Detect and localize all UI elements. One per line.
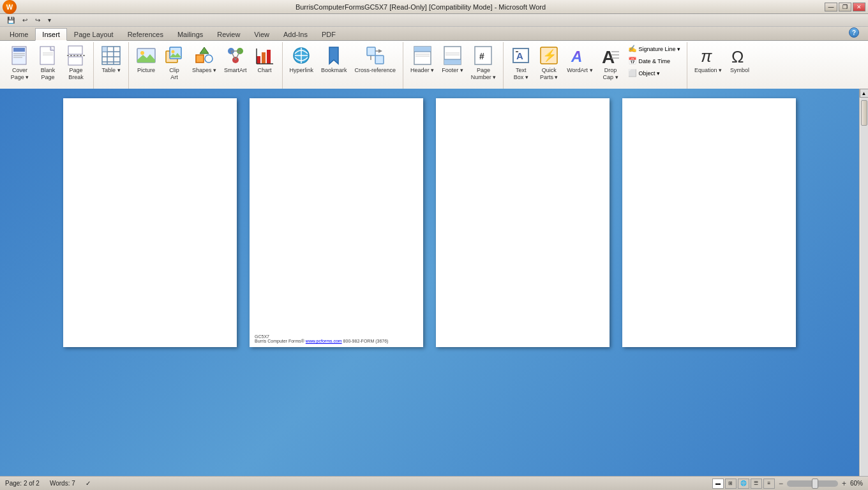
view-outline-button[interactable]: ☰ <box>751 479 762 489</box>
vertical-scrollbar[interactable]: ▲ ▼ <box>859 89 868 490</box>
wordart-button[interactable]: A WordArt ▾ <box>564 43 595 76</box>
illustrations-items: Picture ClipArt <box>133 43 278 91</box>
zoom-level: 60% <box>850 480 863 487</box>
symbol-icon: Ω <box>730 45 750 66</box>
page-break-button[interactable]: PageBreak <box>63 43 89 83</box>
svg-rect-34 <box>262 52 266 64</box>
chart-button[interactable]: Chart <box>251 43 278 76</box>
equation-icon: π <box>698 45 719 66</box>
shapes-button[interactable]: Shapes ▾ <box>189 43 220 76</box>
footer-link[interactable]: www.pcforms.com <box>306 339 342 343</box>
tables-items: Table ▾ <box>98 43 124 91</box>
tab-home[interactable]: Home <box>3 28 35 40</box>
view-web-button[interactable]: 🌐 <box>738 479 749 489</box>
picture-button[interactable]: Picture <box>133 43 160 76</box>
document-area: GC5X7 Burris Computer Forms® www.pcforms… <box>0 89 859 476</box>
signature-line-icon: ✍ <box>628 45 637 53</box>
drop-cap-icon: A <box>601 45 621 66</box>
clip-art-icon <box>164 45 184 66</box>
page-4 <box>622 98 796 347</box>
clip-art-button[interactable]: ClipArt <box>161 43 188 83</box>
tab-insert[interactable]: Insert <box>35 28 67 41</box>
minimize-button[interactable]: — <box>825 3 837 11</box>
clip-art-label: ClipArt <box>169 67 179 81</box>
tab-page-layout[interactable]: Page Layout <box>67 28 121 40</box>
page-number-button[interactable]: # PageNumber ▾ <box>468 43 500 83</box>
undo-quick-button[interactable]: ↩ <box>20 16 29 24</box>
smartart-button[interactable]: SmartArt <box>221 43 250 76</box>
window-controls: — ❐ ✕ <box>825 3 865 11</box>
help-button[interactable]: ? <box>849 27 859 38</box>
symbol-button[interactable]: Ω Symbol <box>726 43 753 76</box>
bookmark-button[interactable]: Bookmark <box>318 43 350 76</box>
blank-page-label: BlankPage <box>41 67 56 81</box>
cover-page-button[interactable]: CoverPage ▾ <box>6 43 33 83</box>
footer-button[interactable]: Footer ▾ <box>438 43 467 76</box>
tab-references[interactable]: References <box>121 28 170 40</box>
tab-add-ins[interactable]: Add-Ins <box>276 28 315 40</box>
svg-rect-24 <box>196 55 204 63</box>
page-info: Page: 2 of 2 <box>5 480 40 487</box>
cross-reference-label: Cross-reference <box>355 67 396 74</box>
view-buttons: ▬ ⊞ 🌐 ☰ ≡ <box>712 479 775 489</box>
text-small-col: ✍ Signature Line ▾ 📅 Date & Time ⬜ Objec… <box>625 43 684 78</box>
page-3 <box>436 98 610 347</box>
tab-review[interactable]: Review <box>210 28 247 40</box>
drop-cap-button[interactable]: A DropCap ▾ <box>597 43 624 83</box>
view-print-button[interactable]: ▬ <box>712 479 724 489</box>
symbol-label: Symbol <box>730 67 749 74</box>
save-quick-button[interactable]: 💾 <box>5 16 17 24</box>
redo-quick-button[interactable]: ↪ <box>33 16 42 24</box>
tab-view[interactable]: View <box>247 28 276 40</box>
tab-pdf[interactable]: PDF <box>315 28 343 40</box>
cross-reference-button[interactable]: Cross-reference <box>352 43 400 76</box>
page-2: GC5X7 Burris Computer Forms® www.pcforms… <box>250 98 423 347</box>
svg-rect-17 <box>102 47 107 52</box>
chart-icon <box>255 45 275 66</box>
svg-rect-43 <box>375 56 384 64</box>
smartart-icon <box>225 45 246 66</box>
restore-button[interactable]: ❐ <box>839 3 851 11</box>
zoom-out-button[interactable]: − <box>779 479 783 488</box>
blank-page-button[interactable]: BlankPage <box>34 43 61 83</box>
status-bar: Page: 2 of 2 Words: 7 ✓ ▬ ⊞ 🌐 ☰ ≡ − + 60… <box>0 476 868 490</box>
svg-rect-33 <box>257 56 260 64</box>
date-time-button[interactable]: 📅 Date & Time <box>625 56 684 66</box>
equation-button[interactable]: π Equation ▾ <box>691 43 725 76</box>
view-draft-button[interactable]: ≡ <box>763 479 775 489</box>
svg-rect-10 <box>68 57 82 65</box>
scroll-track[interactable] <box>860 98 868 481</box>
view-full-reading-button[interactable]: ⊞ <box>725 479 737 489</box>
cover-page-icon <box>10 45 30 66</box>
hyperlink-icon <box>291 45 311 66</box>
qa-dropdown-button[interactable]: ▾ <box>46 16 53 24</box>
hyperlink-button[interactable]: Hyperlink <box>287 43 317 76</box>
wordart-label: WordArt ▾ <box>567 67 592 74</box>
page-number-label: PageNumber ▾ <box>471 67 497 81</box>
svg-rect-8 <box>68 46 82 54</box>
zoom-slider[interactable] <box>787 480 838 487</box>
close-button[interactable]: ✕ <box>853 3 865 11</box>
page-2-footer: GC5X7 Burris Computer Forms® www.pcforms… <box>255 334 418 343</box>
quick-parts-icon: ⚡ <box>539 45 559 66</box>
status-right: ▬ ⊞ 🌐 ☰ ≡ − + 60% <box>712 479 863 489</box>
quick-access-toolbar: 💾 ↩ ↪ ▾ <box>0 14 868 27</box>
tab-mailings[interactable]: Mailings <box>170 28 210 40</box>
signature-line-button[interactable]: ✍ Signature Line ▾ <box>625 43 684 54</box>
symbols-items: π Equation ▾ Ω Symbol <box>691 43 753 91</box>
svg-rect-20 <box>137 60 155 63</box>
zoom-in-button[interactable]: + <box>842 479 846 488</box>
svg-rect-52 <box>444 59 461 64</box>
scroll-up-arrow[interactable]: ▲ <box>860 89 869 98</box>
zoom-thumb[interactable] <box>812 479 818 489</box>
header-button[interactable]: Header ▾ <box>407 43 437 76</box>
drop-cap-label: DropCap ▾ <box>603 67 618 81</box>
scroll-thumb[interactable] <box>861 100 867 126</box>
table-button[interactable]: Table ▾ <box>98 43 124 76</box>
quick-parts-button[interactable]: ⚡ QuickParts ▾ <box>535 43 562 83</box>
hyperlink-label: Hyperlink <box>290 67 314 74</box>
object-button[interactable]: ⬜ Object ▾ <box>625 68 684 78</box>
table-icon <box>101 45 121 66</box>
text-box-button[interactable]: A TextBox ▾ <box>507 43 534 83</box>
office-orb[interactable]: W <box>3 0 17 14</box>
